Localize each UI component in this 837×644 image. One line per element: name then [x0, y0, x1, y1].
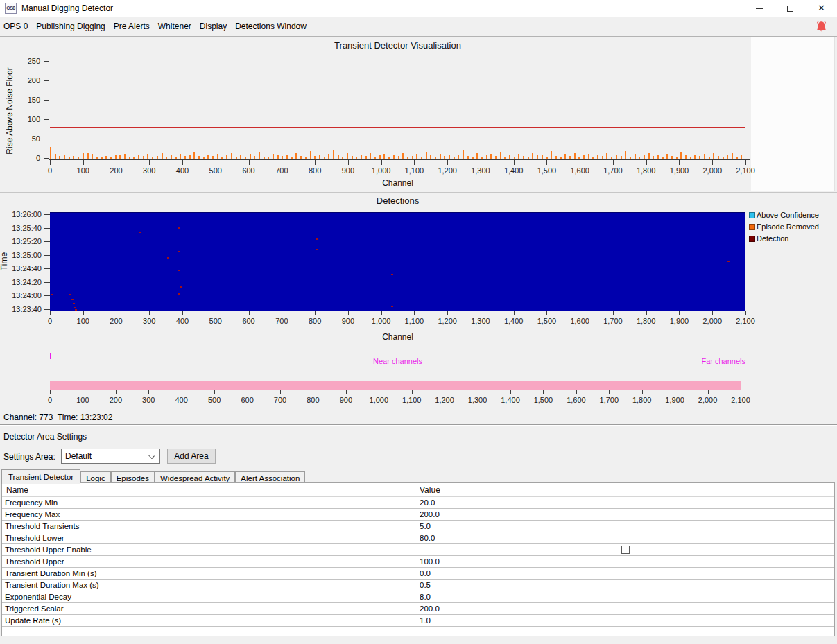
table-row-threshold-lower[interactable]: Threshold Lower80.0 — [2, 532, 834, 544]
transient-bar — [463, 150, 464, 159]
menu-publishing-digging[interactable]: Publishing Digging — [32, 17, 109, 35]
settings-area-dropdown[interactable]: Default — [61, 449, 160, 464]
row-value[interactable]: 20.0 — [420, 498, 435, 507]
transient-bar — [653, 156, 654, 159]
title-bar: OS8 Manual Digging Detector ✕ — [0, 0, 837, 17]
minimize-button[interactable] — [743, 0, 775, 17]
chart1-x-tick — [546, 160, 547, 165]
table-row-frequency-min[interactable]: Frequency Min20.0 — [2, 497, 834, 509]
row-value[interactable]: 8.0 — [420, 593, 431, 601]
transient-bar — [352, 156, 353, 159]
chart1-x-tick-label: 2,100 — [726, 166, 765, 175]
transient-bar — [578, 157, 580, 159]
minimap-tick — [741, 390, 741, 394]
transient-bar — [356, 157, 357, 159]
chart2-x-tick — [580, 311, 580, 315]
transient-bar — [709, 157, 710, 159]
chart1-y-tick — [44, 100, 49, 101]
row-name: Threshold Transients — [5, 522, 79, 530]
menu-pre-alerts[interactable]: Pre Alerts — [110, 17, 154, 35]
chart2-x-tick — [481, 311, 481, 315]
threshold-upper-enable-checkbox[interactable] — [621, 546, 630, 554]
menu-display[interactable]: Display — [196, 17, 231, 35]
chart1-y-tick-label: 0 — [10, 154, 40, 162]
chart2-x-tick — [679, 311, 680, 315]
transient-bar — [138, 155, 139, 159]
transient-bar — [569, 156, 571, 159]
table-row-threshold-transients[interactable]: Threshold Transients5.0 — [2, 521, 834, 532]
table-row-exponential-decay[interactable]: Exponential Decay8.0 — [2, 591, 834, 603]
table-row-transient-duration-min-s[interactable]: Transient Duration Min (s)0.0 — [2, 568, 834, 580]
transient-bar — [105, 156, 107, 159]
transient-bar — [347, 153, 348, 159]
transient-bar — [324, 157, 325, 159]
transient-bar — [560, 157, 562, 159]
channel-overview-bar[interactable] — [50, 381, 741, 390]
transient-bar — [264, 157, 265, 159]
chart2-title: Detections — [50, 195, 745, 206]
settings-table: Name Value Frequency Min20.0Frequency Ma… — [1, 482, 835, 636]
transient-bar — [59, 156, 60, 159]
row-value[interactable]: 100.0 — [420, 557, 440, 566]
row-value[interactable]: 1.0 — [420, 616, 431, 625]
transient-bar — [338, 155, 339, 159]
close-button[interactable]: ✕ — [806, 0, 837, 17]
detections-heatmap[interactable] — [50, 212, 745, 311]
maximize-button[interactable] — [775, 0, 806, 17]
transient-bar — [704, 154, 705, 159]
chart1-x-tick — [646, 160, 647, 165]
transient-bar — [542, 155, 543, 159]
menu-ops-0[interactable]: OPS 0 — [0, 17, 32, 35]
minimap-tick — [182, 390, 182, 394]
row-value[interactable]: 80.0 — [420, 534, 435, 542]
chart2-x-tick — [249, 311, 250, 315]
table-row-transient-duration-max-s[interactable]: Transient Duration Max (s)0.5 — [2, 580, 834, 591]
row-value[interactable]: 200.0 — [420, 604, 440, 613]
add-area-button[interactable]: Add Area — [167, 449, 216, 464]
settings-tabs: Transient DetectorLogicEpisodesWidesprea… — [1, 469, 305, 482]
alert-bell-icon[interactable] — [816, 21, 827, 33]
transient-bar — [639, 157, 640, 159]
detection-mark — [73, 303, 75, 304]
transient-detector-chart[interactable]: Transient Detector Visualisation Rise Ab… — [0, 37, 837, 192]
transient-bar — [583, 155, 585, 159]
row-value[interactable]: 200.0 — [420, 510, 440, 519]
minimap-tick — [116, 390, 117, 394]
transient-bar — [736, 157, 738, 159]
table-row-threshold-upper[interactable]: Threshold Upper100.0 — [2, 556, 834, 568]
table-row-threshold-upper-enable[interactable]: Threshold Upper Enable — [2, 544, 834, 556]
transient-bar — [147, 154, 148, 159]
row-value[interactable]: 0.0 — [420, 569, 431, 577]
table-row-triggered-scalar[interactable]: Triggered Scalar200.0 — [2, 603, 834, 615]
chart1-ylabel: Rise Above Noise Floor — [5, 55, 15, 166]
transient-bar — [630, 157, 631, 159]
row-value[interactable]: 5.0 — [420, 522, 431, 530]
transient-bar — [198, 156, 200, 159]
row-value[interactable]: 0.5 — [420, 581, 431, 589]
chart2-ylabel: Time — [0, 241, 9, 282]
chart1-y-tick — [44, 61, 49, 62]
transient-bar — [110, 157, 112, 159]
channel-minimap[interactable]: Near channels Far channels 0100200300400… — [0, 347, 837, 410]
table-row-update-rate-s[interactable]: Update Rate (s)1.0 — [2, 615, 834, 627]
legend-item-above-confidence: Above Confidence — [749, 211, 819, 220]
transient-bar — [435, 157, 436, 159]
transient-bar — [741, 155, 742, 159]
chart1-y-tick-label: 250 — [10, 57, 40, 65]
menu-detections-window[interactable]: Detections Window — [231, 17, 311, 35]
chart2-time-tick-label: 13:26:00 — [1, 210, 42, 218]
detections-chart[interactable]: Detections Time Channel 13:26:0013:25:40… — [0, 192, 837, 347]
chart2-x-tick — [83, 311, 84, 315]
table-row-frequency-max[interactable]: Frequency Max200.0 — [2, 509, 834, 521]
chart2-x-tick — [216, 311, 216, 315]
tab-transient-detector[interactable]: Transient Detector — [1, 469, 80, 484]
chart2-x-tick — [50, 311, 51, 315]
chart1-y-tick-label: 200 — [10, 76, 40, 85]
detection-mark — [180, 286, 182, 288]
transient-bar — [189, 155, 191, 159]
transient-bar — [379, 155, 381, 159]
chart1-x-tick — [83, 160, 84, 165]
transient-bar — [467, 156, 469, 159]
chart2-x-tick — [613, 311, 614, 315]
menu-whitener[interactable]: Whitener — [154, 17, 196, 35]
